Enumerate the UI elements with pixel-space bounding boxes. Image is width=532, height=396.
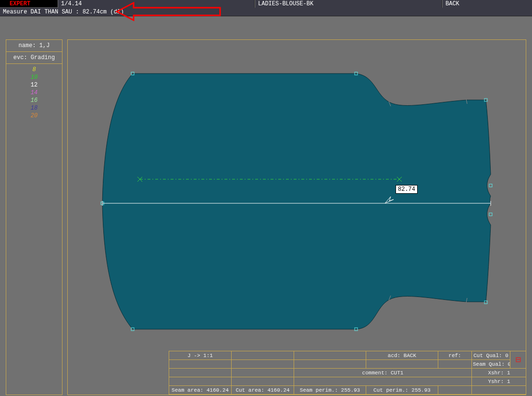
info-empty xyxy=(366,360,438,369)
svg-rect-5 xyxy=(489,213,492,216)
info-empty xyxy=(169,360,232,369)
info-seam-area: Seam area: 4160.24 xyxy=(169,386,232,395)
workspace: name: 1,J evc: Grading 8 10 12 14 16 18 … xyxy=(0,16,532,396)
model-field[interactable]: LADIES-BLOUSE-BK xyxy=(255,0,442,8)
info-empty xyxy=(294,360,366,369)
info-empty xyxy=(232,369,294,377)
info-cut-qual: Cut Qual: 0 xyxy=(472,351,510,360)
svg-rect-4 xyxy=(489,184,492,187)
piece-name-label: name: 1,J xyxy=(6,40,62,52)
size-list: 8 10 12 14 16 18 20 xyxy=(6,64,62,120)
size-item[interactable]: 18 xyxy=(6,104,62,112)
info-empty xyxy=(232,377,294,386)
size-item[interactable]: 20 xyxy=(6,112,62,120)
logo-icon: ⊟ xyxy=(510,351,527,369)
info-acd: acd: BACK xyxy=(366,351,438,360)
size-item[interactable]: 12 xyxy=(6,81,62,89)
info-empty xyxy=(169,377,232,386)
info-empty xyxy=(472,386,527,395)
pattern-piece[interactable] xyxy=(102,74,491,329)
title-bar: EXPERT 1/4.14 LADIES-BLOUSE-BK BACK xyxy=(0,0,532,8)
info-xshr: Xshr: 1 xyxy=(472,369,527,377)
evc-label: evc: Grading xyxy=(6,52,62,64)
info-empty xyxy=(438,360,472,369)
info-empty xyxy=(169,369,232,377)
size-item[interactable]: 8 xyxy=(6,66,62,74)
scale-field[interactable]: 1/4.14 xyxy=(58,0,255,8)
info-empty xyxy=(294,377,472,386)
app-mode-label: EXPERT xyxy=(0,0,58,7)
info-piece-ratio: J -> 1:1 xyxy=(169,351,232,360)
size-item[interactable]: 14 xyxy=(6,89,62,97)
side-panel: name: 1,J evc: Grading 8 10 12 14 16 18 … xyxy=(6,39,62,395)
info-yshr: Yshr: 1 xyxy=(472,377,527,386)
info-cut-perim: Cut perim.: 255.93 xyxy=(366,386,438,395)
measure-value-label: 82.74 xyxy=(396,185,418,194)
info-empty xyxy=(232,360,294,369)
info-seam-qual: Seam Qual: 0 xyxy=(472,360,510,369)
pattern-svg xyxy=(68,40,526,395)
info-empty xyxy=(438,386,472,395)
measure-status-bar: Measure DAI THAN SAU : 82.74cm (dl) xyxy=(0,8,532,16)
info-empty xyxy=(232,351,294,360)
size-item[interactable]: 10 xyxy=(6,74,62,81)
info-ref: ref: xyxy=(438,351,472,360)
drawing-canvas[interactable]: 82.74 J -> 1:1 acd: BACK r xyxy=(67,39,526,395)
piece-info-panel: J -> 1:1 acd: BACK ref: Cut Qual: 0 ⊟ Se… xyxy=(169,351,526,395)
size-item[interactable]: 16 xyxy=(6,97,62,104)
info-seam-perim: Seam perim.: 255.93 xyxy=(294,386,366,395)
info-cut-area: Cut area: 4160.24 xyxy=(232,386,294,395)
info-empty xyxy=(294,351,366,360)
info-comment: comment: CUT1 xyxy=(294,369,472,377)
part-field[interactable]: BACK xyxy=(442,0,532,8)
